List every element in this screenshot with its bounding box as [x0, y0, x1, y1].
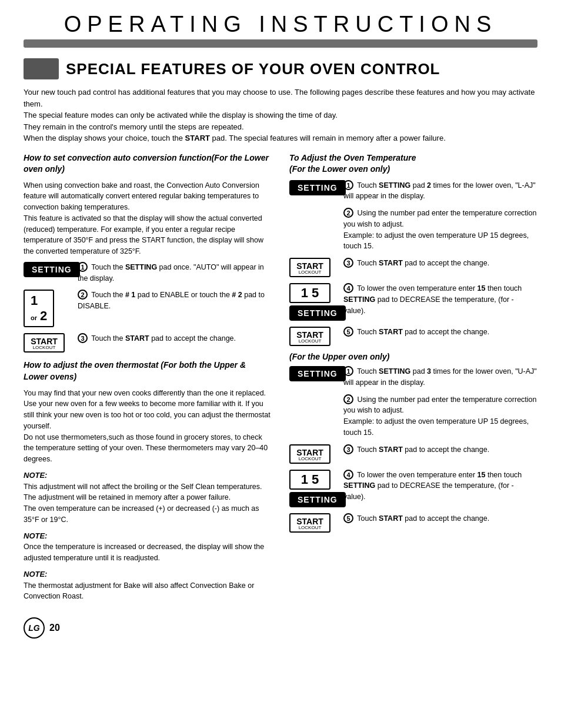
step-icon-setting-lower-1: SETTING — [289, 180, 336, 195]
setting-button: SETTING — [24, 262, 80, 277]
start-button-box: START LOCKOUT — [24, 333, 65, 353]
start-button-lower-3: START LOCKOUT — [289, 258, 330, 277]
upper-step-text-5: 5 Touch START pad to accept the change. — [343, 513, 537, 524]
note-3: NOTE: The thermostat adjustment for Bake… — [24, 569, 272, 602]
lower-step-4: 1 5 SETTING 4 To lower the oven temperat… — [289, 283, 537, 321]
step-icon-setting: SETTING — [24, 262, 71, 277]
upper-oven-heading: (For the Upper oven only) — [289, 352, 537, 361]
convection-heading: How to set convection auto conversion fu… — [24, 152, 272, 175]
note-label-1: NOTE: — [24, 471, 47, 480]
step-icon-setting-upper-1: SETTING — [289, 366, 336, 381]
intro-line-4: When the display shows your choice, touc… — [24, 134, 446, 142]
page: Operating Instructions Special Features … — [0, 0, 561, 656]
step-icon-one-two: 1 or 2 — [24, 290, 71, 327]
number-box-lower: 1 5 — [289, 283, 330, 303]
lower-step-text-5: 5 Touch START pad to accept the change. — [343, 327, 537, 338]
lower-step-5: START LOCKOUT 5 Touch START pad to accep… — [289, 327, 537, 346]
upper-step-num-5: 5 — [343, 513, 353, 523]
page-title: Operating Instructions — [24, 12, 537, 37]
page-footer: LG 20 — [24, 617, 537, 639]
step-icon-fifteen-setting-upper: 1 5 SETTING — [289, 470, 336, 507]
convection-step-1: SETTING 1 Touch the SETTING pad once. "A… — [24, 262, 272, 284]
upper-step-5: START LOCKOUT 5 Touch START pad to accep… — [289, 513, 537, 533]
thermostat-body: You may find that your new oven cooks di… — [24, 388, 272, 465]
thermostat-heading: How to adjust the oven thermostat (For b… — [24, 360, 272, 383]
one-two-box: 1 or 2 — [24, 290, 54, 327]
page-header: Operating Instructions — [24, 12, 537, 48]
note-1: NOTE: This adjustment will not affect th… — [24, 470, 272, 526]
step-number-3: 3 — [78, 333, 88, 343]
lockout-label-upper-3: LOCKOUT — [296, 456, 323, 461]
lower-oven-heading: To Adjust the Oven Temperature(For the L… — [289, 152, 537, 175]
two-col-layout: How to set convection auto conversion fu… — [24, 152, 537, 607]
start-button-lower-5: START LOCKOUT — [289, 327, 330, 346]
lockout-label-upper-5: LOCKOUT — [296, 525, 323, 530]
intro-line-1: Your new touch pad control has additiona… — [24, 88, 535, 108]
lower-step-text-1: 1 Touch SETTING pad 2 times for the lowe… — [343, 180, 537, 202]
lower-step-num-5: 5 — [343, 327, 353, 337]
upper-step-num-2: 2 — [343, 394, 353, 404]
intro-line-3: They remain in the control's memory unti… — [24, 122, 244, 131]
lower-step-2: 2 Using the number pad enter the tempera… — [289, 208, 537, 252]
section-heading-bar — [24, 58, 59, 79]
step-text-2: 2 Touch the # 1 pad to ENABLE or touch t… — [78, 290, 272, 312]
lower-step-1: SETTING 1 Touch SETTING pad 2 times for … — [289, 180, 537, 202]
step-text-3: 3 Touch the START pad to accept the chan… — [78, 333, 272, 344]
step-number-2: 2 — [78, 290, 88, 300]
header-bar — [24, 39, 537, 48]
lower-step-text-4: 4 To lower the oven temperature enter 15… — [343, 283, 537, 316]
number-box-upper: 1 5 — [289, 470, 330, 490]
setting-button-lower: SETTING — [289, 180, 346, 195]
col-left: How to set convection auto conversion fu… — [24, 152, 272, 607]
col-right: To Adjust the Oven Temperature(For the L… — [289, 152, 537, 607]
lower-step-num-2: 2 — [343, 208, 353, 218]
upper-step-3: START LOCKOUT 3 Touch START pad to accep… — [289, 444, 537, 464]
upper-step-4: 1 5 SETTING 4 To lower the oven temperat… — [289, 470, 537, 507]
lower-step-num-4: 4 — [343, 283, 353, 293]
section-heading: Special Features of Your Oven Control — [66, 60, 440, 78]
step-icon-start-1: START LOCKOUT — [24, 333, 71, 353]
convection-step-2: 1 or 2 2 Touch the # 1 pad to ENABLE or … — [24, 290, 272, 327]
lockout-label-lower-5: LOCKOUT — [296, 338, 323, 344]
lockout-label: LOCKOUT — [31, 345, 58, 350]
intro-text: Your new touch pad control has additiona… — [24, 87, 537, 144]
upper-step-num-4: 4 — [343, 470, 353, 480]
step-icon-start-upper-3: START LOCKOUT — [289, 444, 336, 464]
step-icon-start-upper-5: START LOCKOUT — [289, 513, 336, 533]
upper-step-text-2: 2 Using the number pad enter the tempera… — [343, 394, 537, 438]
upper-step-2: 2 Using the number pad enter the tempera… — [289, 394, 537, 438]
lower-step-text-2: 2 Using the number pad enter the tempera… — [343, 208, 537, 252]
step-text: 1 Touch the SETTING pad once. "AUTO" wil… — [78, 262, 272, 284]
note-label-3: NOTE: — [24, 570, 47, 579]
lower-step-num-3: 3 — [343, 258, 353, 268]
setting-button-lower-4: SETTING — [289, 305, 346, 321]
lower-step-num-1: 1 — [343, 180, 353, 190]
lower-step-text-3: 3 Touch START pad to accept the change. — [343, 258, 537, 269]
convection-body: When using convection bake and roast, th… — [24, 180, 272, 257]
upper-step-text-3: 3 Touch START pad to accept the change. — [343, 444, 537, 456]
step-icon-start-lower-3: START LOCKOUT — [289, 258, 336, 277]
setting-button-upper-4: SETTING — [289, 492, 346, 507]
start-button-upper-5: START LOCKOUT — [289, 513, 330, 533]
step-icon-fifteen-setting-lower: 1 5 SETTING — [289, 283, 336, 321]
upper-step-text-4: 4 To lower the oven temperature enter 15… — [343, 470, 537, 503]
section-heading-row: Special Features of Your Oven Control — [24, 58, 537, 79]
lockout-label-lower-3: LOCKOUT — [296, 270, 323, 275]
page-number: 20 — [49, 623, 60, 633]
convection-step-3: START LOCKOUT 3 Touch the START pad to a… — [24, 333, 272, 353]
note-label-2: NOTE: — [24, 531, 47, 540]
step-icon-start-lower-5: START LOCKOUT — [289, 327, 336, 346]
lower-step-3: START LOCKOUT 3 Touch START pad to accep… — [289, 258, 537, 277]
upper-step-text-1: 1 Touch SETTING pad 3 times for the lowe… — [343, 366, 537, 388]
lg-logo: LG — [24, 617, 45, 639]
upper-step-num-1: 1 — [343, 366, 353, 376]
intro-line-2: The special feature modes can only be ac… — [24, 111, 338, 119]
note-2: NOTE: Once the temperature is increased … — [24, 530, 272, 564]
upper-step-1: SETTING 1 Touch SETTING pad 3 times for … — [289, 366, 537, 388]
upper-step-num-3: 3 — [343, 444, 353, 454]
step-number-1: 1 — [78, 262, 88, 272]
setting-button-upper: SETTING — [289, 366, 346, 381]
start-button-upper-3: START LOCKOUT — [289, 444, 330, 464]
